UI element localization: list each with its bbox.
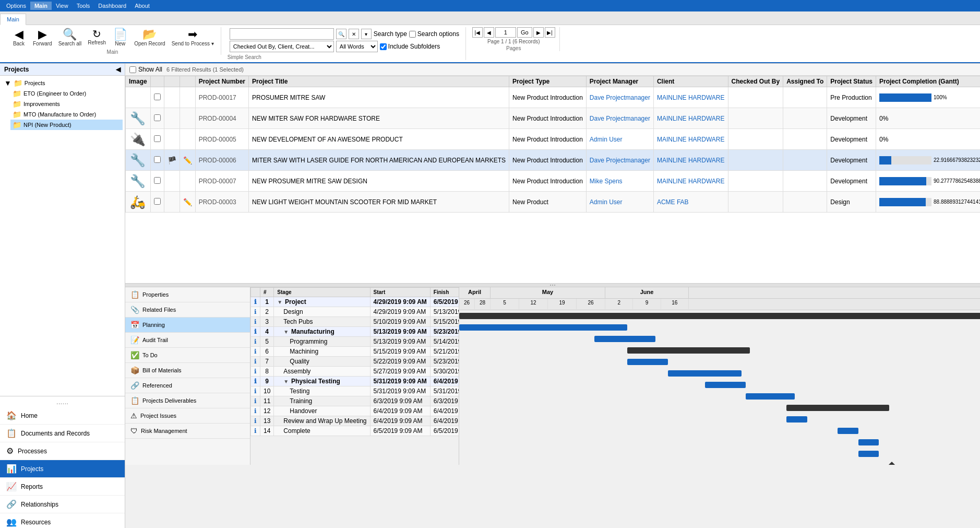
gantt-row-item[interactable]: ℹ6Machining5/15/2019 9:09 AM5/21/2019 5:… (251, 347, 460, 357)
cell-edit[interactable] (180, 87, 195, 108)
search-options-checkbox[interactable] (409, 31, 416, 38)
forward-button[interactable]: ▶ Forward (30, 27, 55, 48)
cell-checkbox[interactable] (150, 171, 164, 192)
ribbon-tab-main[interactable]: Main (0, 14, 26, 25)
cell-project-manager[interactable]: Admin User (586, 129, 653, 150)
words-select[interactable]: All Words (336, 41, 378, 52)
cell-project-manager[interactable]: Dave Projectmanager (586, 87, 653, 108)
send-to-process-button[interactable]: ➡ Send to Process ▾ (169, 27, 217, 48)
nav-item-reports[interactable]: 📈 Reports (0, 478, 125, 496)
table-scroll[interactable]: Image Project Number Project Title Proje… (125, 76, 980, 283)
client-link[interactable]: ACME FAB (657, 198, 689, 206)
gantt-row-item[interactable]: ℹ3Tech Pubs5/10/2019 9:09 AM5/15/2019 5:… (251, 317, 460, 327)
cell-checkbox[interactable] (150, 192, 164, 213)
cell-edit[interactable] (180, 129, 195, 150)
tree-item-improvements[interactable]: 📁 Improvements (10, 99, 123, 109)
cell-edit[interactable] (180, 171, 195, 192)
project-manager-link[interactable]: Dave Projectmanager (590, 94, 650, 101)
cell-client[interactable]: MAINLINE HARDWARE (653, 129, 728, 150)
project-manager-link[interactable]: Admin User (590, 136, 623, 143)
search-all-button[interactable]: 🔍 Search all (56, 27, 84, 48)
nav-item-relationships[interactable]: 🔗 Relationships (0, 496, 125, 513)
tree-item-npi[interactable]: 📁 NPI (New Product) (10, 120, 123, 130)
cell-edit[interactable]: ✏️ (180, 192, 195, 213)
new-button[interactable]: 📄 New (110, 27, 130, 48)
search-input[interactable] (230, 28, 334, 40)
cell-checkbox[interactable] (150, 87, 164, 108)
client-link[interactable]: MAINLINE HARDWARE (657, 136, 725, 143)
tree-item-eto[interactable]: 📁 ETO (Engineer to Order) (10, 88, 123, 99)
cell-edit[interactable] (180, 108, 195, 129)
gantt-row-item[interactable]: ℹ10Testing5/31/2019 9:09 AM5/31/2019 5:0… (251, 386, 460, 396)
splitter[interactable]: ⋯ (125, 283, 980, 287)
menu-view[interactable]: View (52, 2, 73, 10)
detail-item-properties[interactable]: 📋Properties (125, 287, 250, 302)
project-manager-link[interactable]: Mike Spens (590, 178, 623, 185)
cell-client[interactable]: MAINLINE HARDWARE (653, 150, 728, 171)
gantt-row-item[interactable]: ℹ14Complete6/5/2019 9:09 AM6/5/2019 9:09… (251, 426, 460, 436)
detail-item-projects-deliverables[interactable]: 📋Projects Deliverables (125, 393, 250, 408)
include-subfolders-checkbox[interactable] (380, 43, 387, 50)
menu-about[interactable]: About (130, 2, 154, 10)
search-go-button[interactable]: 🔍 (336, 29, 346, 39)
table-row[interactable]: 🔧🏴✏️PROD-00006MITER SAW WITH LASER GUIDE… (126, 150, 981, 171)
menu-dashboard[interactable]: Dashboard (94, 2, 130, 10)
go-button[interactable]: Go (517, 27, 532, 38)
include-subfolders-check[interactable]: Include Subfolders (380, 43, 440, 50)
menu-options[interactable]: Options (2, 2, 30, 10)
gantt-row-item[interactable]: ℹ7Quality5/22/2019 9:09 AM5/23/2019 5:09… (251, 357, 460, 367)
cell-checkbox[interactable] (150, 129, 164, 150)
cell-client[interactable]: MAINLINE HARDWARE (653, 171, 728, 192)
nav-item-documents[interactable]: 📋 Documents and Records (0, 425, 125, 442)
cell-checkbox[interactable] (150, 108, 164, 129)
back-button[interactable]: ◀ Back (8, 27, 29, 48)
menu-tools[interactable]: Tools (73, 2, 94, 10)
table-row[interactable]: PROD-00017PROSUMER MITRE SAWNew Product … (126, 87, 981, 108)
gantt-row-item[interactable]: ℹ13Review and Wrap Up Meeting6/4/2019 9:… (251, 416, 460, 426)
table-row[interactable]: 🔧PROD-00004NEW MITER SAW FOR HARDWARE ST… (126, 108, 981, 129)
search-options-check[interactable]: Search options (409, 30, 459, 38)
detail-item-planning[interactable]: 📅Planning (125, 318, 250, 333)
sidebar-collapse-button[interactable]: ◀ (116, 66, 121, 73)
tree-item-projects-root[interactable]: ▼ 📁 Projects (2, 78, 123, 88)
nav-item-resources[interactable]: 👥 Resources (0, 513, 125, 528)
nav-item-processes[interactable]: ⚙ Processes (0, 442, 125, 460)
cell-project-manager[interactable]: Dave Projectmanager (586, 150, 653, 171)
nav-item-home[interactable]: 🏠 Home (0, 407, 125, 425)
first-page-button[interactable]: |◀ (472, 27, 483, 38)
table-row[interactable]: 🛵✏️PROD-00003NEW LIGHT WEIGHT MOUNTAIN S… (126, 192, 981, 213)
project-manager-link[interactable]: Admin User (590, 198, 623, 206)
cell-project-manager[interactable]: Dave Projectmanager (586, 108, 653, 129)
cell-client[interactable]: ACME FAB (653, 192, 728, 213)
gantt-row-item[interactable]: ℹ11Training6/3/2019 9:09 AM6/3/2019 5:09… (251, 396, 460, 406)
gantt-row-item[interactable]: ℹ12Handover6/4/2019 9:09 AM6/4/2019 5:09… (251, 406, 460, 416)
tree-item-mto[interactable]: 📁 MTO (Manufacture to Order) (10, 109, 123, 120)
detail-item-related-files[interactable]: 📎Related Files (125, 302, 250, 318)
gantt-row-item[interactable]: ℹ2Design4/29/2019 9:09 AM5/13/2019 5:09 … (251, 307, 460, 317)
cell-project-manager[interactable]: Mike Spens (586, 171, 653, 192)
gantt-row-item[interactable]: ℹ5Programming5/13/2019 9:09 AM5/14/2019 … (251, 337, 460, 347)
detail-item-to-do[interactable]: ✅To Do (125, 348, 250, 363)
gantt-row-item[interactable]: ℹ1▼ Project4/29/2019 9:09 AM6/5/2019 9:0… (251, 297, 460, 307)
last-page-button[interactable]: ▶| (545, 27, 555, 38)
gantt-expand-btn[interactable]: ▼ (283, 379, 290, 384)
open-record-button[interactable]: 📂 Open Record (132, 27, 168, 48)
client-link[interactable]: MAINLINE HARDWARE (657, 178, 725, 185)
project-manager-link[interactable]: Dave Projectmanager (590, 115, 650, 122)
gantt-row-item[interactable]: ℹ8Assembly5/27/2019 9:09 AM5/30/2019 9:0… (251, 367, 460, 377)
detail-item-referenced[interactable]: 🔗Referenced (125, 378, 250, 393)
detail-item-audit-trail[interactable]: 📝Audit Trail (125, 333, 250, 348)
gantt-row-item[interactable]: ℹ4▼ Manufacturing5/13/2019 9:09 AM5/23/2… (251, 327, 460, 337)
client-link[interactable]: MAINLINE HARDWARE (657, 115, 725, 122)
gantt-expand-btn[interactable]: ▼ (277, 299, 284, 305)
cell-client[interactable]: MAINLINE HARDWARE (653, 87, 728, 108)
nav-item-projects[interactable]: 📊 Projects (0, 460, 125, 478)
detail-item-bill-of-materials[interactable]: 📦Bill of Materials (125, 363, 250, 378)
next-page-button[interactable]: ▶ (533, 27, 544, 38)
cell-project-manager[interactable]: Admin User (586, 192, 653, 213)
show-all-checkbox-label[interactable]: Show All (129, 66, 162, 73)
show-all-checkbox[interactable] (129, 66, 136, 73)
prev-page-button[interactable]: ◀ (484, 27, 494, 38)
client-link[interactable]: MAINLINE HARDWARE (657, 157, 725, 164)
table-row[interactable]: 🔌PROD-00005NEW DEVELOPMENT OF AN AWESOME… (126, 129, 981, 150)
